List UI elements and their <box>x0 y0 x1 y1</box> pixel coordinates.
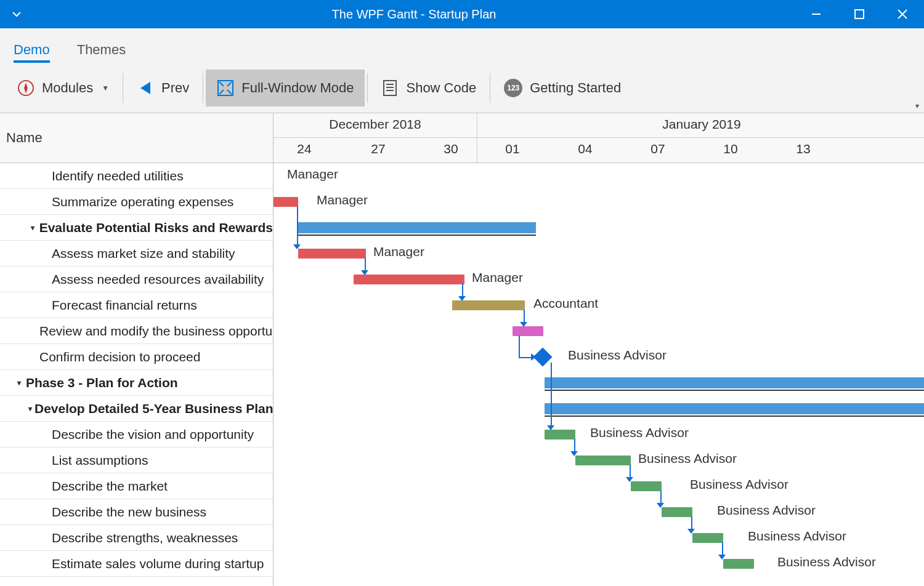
gantt-row <box>274 215 924 241</box>
gantt-area[interactable]: December 2018January 2019 24273001040710… <box>274 113 924 586</box>
full-window-mode-button[interactable]: Full-Window Mode <box>206 70 365 106</box>
gantt-row: Business Advisor <box>274 344 924 370</box>
summary-line <box>298 235 536 236</box>
connector-arrow <box>531 353 536 361</box>
task-row[interactable]: Review and modify the business opportuni… <box>0 318 273 344</box>
task-row[interactable]: ▾Develop Detailed 5-Year Business Plan <box>0 396 273 422</box>
expand-icon[interactable]: ▾ <box>28 223 37 232</box>
gantt-bar[interactable] <box>631 481 662 491</box>
separator <box>203 73 203 103</box>
task-row[interactable]: Estimate sales volume during startup <box>0 551 273 577</box>
svg-line-9 <box>227 82 232 86</box>
month-label: January 2019 <box>477 117 924 132</box>
window-title: The WPF Gantt - Startup Plan <box>33 7 795 22</box>
task-row[interactable]: Describe the market <box>0 473 273 499</box>
steps-icon: 123 <box>504 79 522 97</box>
minimize-button[interactable] <box>795 0 838 28</box>
day-label: 27 <box>360 142 397 156</box>
getting-started-label: Getting Started <box>530 80 621 96</box>
document-icon <box>381 79 399 97</box>
task-label: Identify needed utilities <box>52 169 184 183</box>
day-label: 01 <box>494 142 531 156</box>
gantt-row <box>274 396 924 422</box>
gantt-bar[interactable] <box>662 507 692 517</box>
summary-line <box>545 415 924 417</box>
showcode-label: Show Code <box>406 80 476 96</box>
connector-arrow <box>657 503 664 508</box>
task-label: Develop Detailed 5-Year Business Plan <box>34 401 273 416</box>
gantt-bar[interactable] <box>298 249 366 259</box>
task-row[interactable]: Confirm decision to proceed <box>0 344 273 370</box>
maximize-button[interactable] <box>838 0 881 28</box>
day-label: 13 <box>785 142 822 156</box>
task-label: Describe the market <box>52 479 168 494</box>
prev-button[interactable]: Prev <box>126 70 200 106</box>
toolbar: Modules ▼ Prev Full-Window Mode Show Cod… <box>0 63 924 113</box>
gantt-bar[interactable] <box>723 559 754 569</box>
gantt-row: Business Advisor <box>274 525 924 551</box>
task-rows: Identify needed utilitiesSummarize opera… <box>0 163 273 586</box>
svg-rect-1 <box>855 10 864 18</box>
task-row[interactable]: Assess needed resources availability <box>0 267 273 292</box>
summary-line <box>545 390 924 391</box>
month-label: December 2018 <box>274 117 477 132</box>
gantt-bar[interactable] <box>354 275 464 284</box>
task-label: Confirm decision to proceed <box>39 350 200 364</box>
separator <box>367 73 368 103</box>
task-row[interactable]: Describe strengths, weaknesses <box>0 525 273 551</box>
task-row[interactable]: Identify needed utilities <box>0 163 273 189</box>
tab-themes[interactable]: Themes <box>77 36 126 63</box>
close-button[interactable] <box>881 0 924 28</box>
fullwindow-label: Full-Window Mode <box>241 80 354 96</box>
connector-arrow <box>361 270 368 275</box>
gantt-bar[interactable] <box>692 533 723 543</box>
task-row[interactable]: Forecast financial returns <box>0 292 273 318</box>
task-row[interactable]: Describe the vision and opportunity <box>0 422 273 448</box>
day-label: 30 <box>432 142 469 156</box>
gantt-row: Accountant <box>274 292 924 318</box>
expand-icon[interactable]: ▾ <box>28 404 32 413</box>
gantt-bar[interactable] <box>545 430 575 440</box>
summary-bar[interactable] <box>298 222 536 233</box>
quick-access-dropdown-icon[interactable] <box>0 9 33 19</box>
ribbon-overflow-icon[interactable]: ▾ <box>915 102 919 110</box>
task-label: Evaluate Potential Risks and Rewards <box>39 220 273 235</box>
summary-bar[interactable] <box>545 377 924 388</box>
gantt-row <box>274 370 924 396</box>
milestone[interactable] <box>533 347 552 366</box>
tab-demo[interactable]: Demo <box>14 36 50 63</box>
task-label: Review and modify the business opportuni… <box>39 324 273 339</box>
task-list: Name Identify needed utilitiesSummarize … <box>0 113 274 586</box>
fullscreen-icon <box>217 79 234 97</box>
gantt-row: Business Advisor <box>274 473 924 499</box>
task-label: Describe the vision and opportunity <box>52 427 254 442</box>
task-row[interactable]: List assumptions <box>0 448 273 473</box>
show-code-button[interactable]: Show Code <box>370 70 487 106</box>
svg-line-10 <box>219 90 224 94</box>
gantt-bar[interactable] <box>452 300 525 310</box>
task-row[interactable]: Describe the new business <box>0 499 273 525</box>
task-row[interactable]: ▾Evaluate Potential Risks and Rewards <box>0 215 273 241</box>
getting-started-button[interactable]: 123 Getting Started <box>493 69 632 107</box>
task-row[interactable]: ▾Phase 3 - Plan for Action <box>0 370 273 396</box>
connector-arrow <box>293 244 301 249</box>
prev-label: Prev <box>161 80 189 96</box>
modules-button[interactable]: Modules ▼ <box>6 70 120 106</box>
connector-arrow <box>626 477 633 482</box>
gantt-row: Business Advisor <box>274 551 924 577</box>
task-label: Forecast financial returns <box>52 298 197 313</box>
svg-line-8 <box>219 82 224 86</box>
gantt-bar[interactable] <box>274 197 298 207</box>
expand-icon[interactable]: ▾ <box>15 379 23 387</box>
summary-bar[interactable] <box>545 403 924 414</box>
gantt-header: December 2018January 2019 24273001040710… <box>274 113 924 163</box>
connector-arrow <box>547 425 554 430</box>
gantt-bar[interactable] <box>513 326 543 336</box>
gantt-row: Business Advisor <box>274 422 924 448</box>
task-row[interactable]: Summarize operating expenses <box>0 189 273 215</box>
gantt-bar[interactable] <box>575 456 631 465</box>
task-row[interactable]: Assess market size and stability <box>0 241 273 267</box>
tasklist-header[interactable]: Name <box>0 113 273 163</box>
window-controls <box>795 0 924 28</box>
bar-label: Business Advisor <box>690 477 788 492</box>
